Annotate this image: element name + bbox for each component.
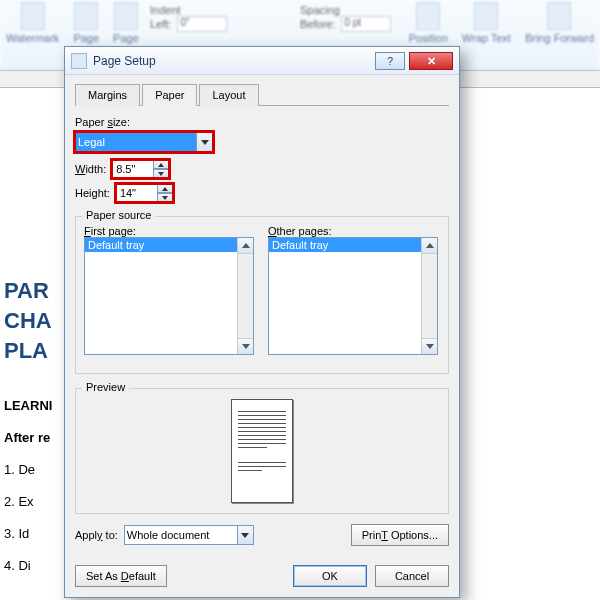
scrollbar[interactable] — [237, 238, 253, 354]
doc-li3: 3. Id — [4, 526, 29, 541]
spacing-group: Spacing Before:0 pt — [300, 4, 391, 32]
chevron-down-icon[interactable] — [196, 133, 212, 151]
ribbon-position[interactable]: Position — [409, 2, 448, 44]
list-item[interactable]: Default tray — [85, 238, 253, 252]
tab-paper[interactable]: Paper — [142, 84, 197, 106]
first-page-label: First page: — [84, 225, 254, 237]
set-as-default-button[interactable]: Set As Default — [75, 565, 167, 587]
tab-strip: Margins Paper Layout — [75, 83, 449, 106]
doc-li4: 4. Di — [4, 558, 31, 573]
spin-down-icon[interactable] — [158, 193, 173, 202]
paper-source-label: Paper source — [82, 209, 155, 221]
indent-group: Indent Left:0" — [150, 4, 227, 32]
dialog-title: Page Setup — [93, 54, 371, 68]
doc-li2: 2. Ex — [4, 494, 34, 509]
height-input[interactable] — [116, 184, 173, 202]
doc-part: PAR — [4, 278, 49, 304]
preview-label: Preview — [82, 381, 129, 393]
ribbon-watermark[interactable]: Watermark — [6, 2, 59, 44]
scrollbar[interactable] — [421, 238, 437, 354]
paper-size-combo[interactable]: Legal — [75, 132, 213, 152]
apply-to-combo[interactable]: Whole document — [124, 525, 254, 545]
dialog-icon — [71, 53, 87, 69]
doc-after: After re — [4, 430, 50, 445]
close-button[interactable]: ✕ — [409, 52, 453, 70]
ok-button[interactable]: OK — [293, 565, 367, 587]
other-pages-listbox[interactable]: Default tray — [268, 237, 438, 355]
height-label: Height: — [75, 187, 110, 199]
spin-up-icon[interactable] — [158, 184, 173, 193]
ribbon-wrap-text[interactable]: Wrap Text — [462, 2, 511, 44]
tab-layout[interactable]: Layout — [199, 84, 258, 106]
doc-chap: CHA — [4, 308, 52, 334]
spacing-before-input[interactable]: 0 pt — [341, 16, 391, 32]
paper-size-label: Paper size: — [75, 116, 449, 128]
titlebar[interactable]: Page Setup ? ✕ — [65, 47, 459, 75]
page-setup-dialog: Page Setup ? ✕ Margins Paper Layout Pape… — [64, 46, 460, 598]
doc-learning: LEARNI — [4, 398, 52, 413]
chevron-down-icon[interactable] — [237, 526, 253, 544]
ribbon-page1[interactable]: Page — [73, 2, 99, 44]
first-page-listbox[interactable]: Default tray — [84, 237, 254, 355]
spin-up-icon[interactable] — [154, 160, 169, 169]
apply-to-label: Apply to: — [75, 529, 118, 541]
width-label: Width: — [75, 163, 106, 175]
ribbon-page2[interactable]: Page — [113, 2, 139, 44]
indent-left-input[interactable]: 0" — [177, 16, 227, 32]
help-button[interactable]: ? — [375, 52, 405, 70]
ribbon-bring-forward[interactable]: Bring Forward — [525, 2, 594, 44]
preview-page — [231, 399, 293, 503]
cancel-button[interactable]: Cancel — [375, 565, 449, 587]
list-item[interactable]: Default tray — [269, 238, 437, 252]
doc-li1: 1. De — [4, 462, 35, 477]
other-pages-label: Other pages: — [268, 225, 438, 237]
spin-down-icon[interactable] — [154, 169, 169, 178]
print-options-button[interactable]: PrinT Options... — [351, 524, 449, 546]
width-input[interactable] — [112, 160, 169, 178]
tab-margins[interactable]: Margins — [75, 84, 140, 106]
doc-plan: PLA — [4, 338, 48, 364]
